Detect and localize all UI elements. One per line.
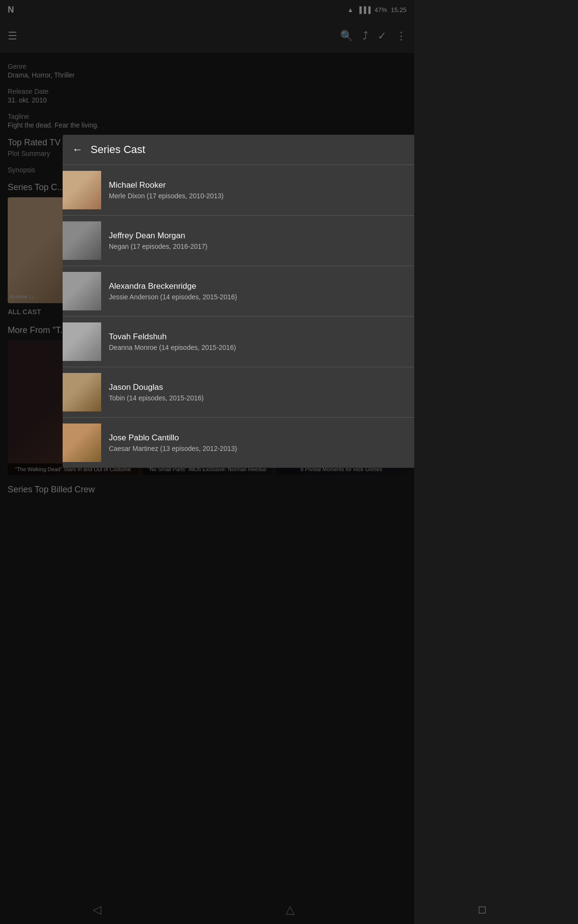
cast-actor-name-jose: Jose Pablo Cantillo <box>109 433 237 443</box>
cast-role-alexandra: Jessie Anderson (14 episodes, 2015-2016) <box>109 293 237 301</box>
modal-back-button[interactable]: ← <box>72 143 83 156</box>
cast-item-alexandra[interactable]: Alexandra Breckenridge Jessie Anderson (… <box>63 266 414 317</box>
cast-photo-michael <box>63 171 101 209</box>
cast-role-jose: Caesar Martinez (13 episodes, 2012-2013) <box>109 445 237 452</box>
cast-photo-jeffrey <box>63 221 101 260</box>
modal-title: Series Cast <box>91 143 145 156</box>
cast-item-tovah[interactable]: Tovah Feldshuh Deanna Monroe (14 episode… <box>63 317 414 367</box>
cast-info-alexandra: Alexandra Breckenridge Jessie Anderson (… <box>101 282 245 301</box>
cast-info-jeffrey: Jeffrey Dean Morgan Negan (17 episodes, … <box>101 231 215 250</box>
cast-photo-jose <box>63 424 101 462</box>
cast-role-michael: Merle Dixon (17 episodes, 2010-2013) <box>109 192 223 200</box>
cast-info-tovah: Tovah Feldshuh Deanna Monroe (14 episode… <box>101 332 244 351</box>
cast-actor-name-alexandra: Alexandra Breckenridge <box>109 282 237 291</box>
cast-info-michael: Michael Rooker Merle Dixon (17 episodes,… <box>101 180 231 200</box>
cast-actor-name-jason: Jason Douglas <box>109 383 204 392</box>
cast-item-jose[interactable]: Jose Pablo Cantillo Caesar Martinez (13 … <box>63 418 414 468</box>
modal-header: ← Series Cast <box>63 135 414 165</box>
cast-item-michael[interactable]: Michael Rooker Merle Dixon (17 episodes,… <box>63 165 414 216</box>
cast-actor-name-michael: Michael Rooker <box>109 180 223 190</box>
cast-actor-name-tovah: Tovah Feldshuh <box>109 332 236 342</box>
cast-photo-jason <box>63 373 101 411</box>
series-cast-modal: ← Series Cast Michael Rooker Merle Dixon… <box>63 135 414 468</box>
cast-info-jason: Jason Douglas Tobin (14 episodes, 2015-2… <box>101 383 211 402</box>
cast-actor-name-jeffrey: Jeffrey Dean Morgan <box>109 231 208 241</box>
cast-info-jose: Jose Pablo Cantillo Caesar Martinez (13 … <box>101 433 245 452</box>
cast-item-jason[interactable]: Jason Douglas Tobin (14 episodes, 2015-2… <box>63 367 414 418</box>
cast-role-jason: Tobin (14 episodes, 2015-2016) <box>109 394 204 402</box>
cast-photo-tovah <box>63 322 101 361</box>
cast-photo-alexandra <box>63 272 101 310</box>
cast-role-tovah: Deanna Monroe (14 episodes, 2015-2016) <box>109 344 236 351</box>
cast-role-jeffrey: Negan (17 episodes, 2016-2017) <box>109 243 208 250</box>
cast-item-jeffrey[interactable]: Jeffrey Dean Morgan Negan (17 episodes, … <box>63 216 414 266</box>
